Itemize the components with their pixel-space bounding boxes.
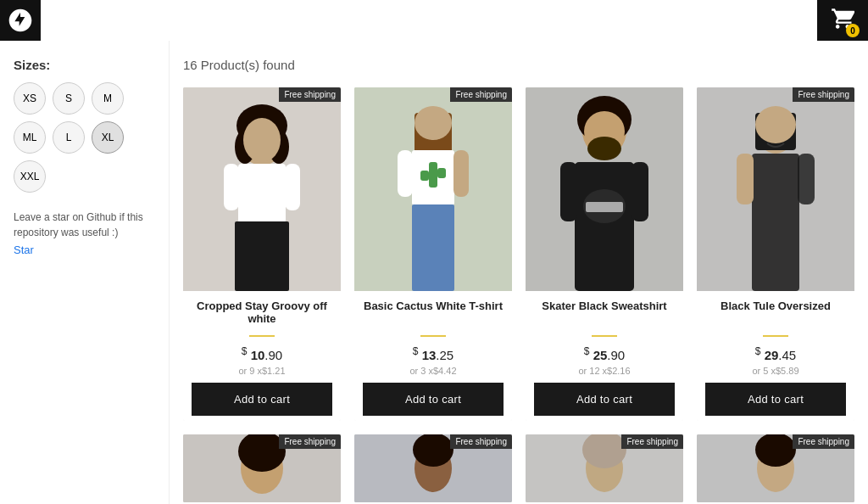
product-image-8: Free shipping (697, 434, 854, 502)
svg-rect-15 (429, 162, 437, 188)
svg-rect-36 (737, 154, 754, 204)
free-shipping-badge-2: Free shipping (450, 87, 512, 102)
price-dec-1: .90 (264, 348, 282, 362)
free-shipping-badge-1: Free shipping (279, 87, 341, 102)
product-installment-1: or 9 x$1.21 (238, 366, 285, 376)
price-dec-4: .45 (778, 348, 796, 362)
products-grid: Free shipping Cropped Stay Groovy off wh… (183, 87, 854, 421)
product-card-3: Skater Black Sweatshirt $ 25.90 or 12 x$… (526, 87, 683, 421)
product-installment-3: or 12 x$2.16 (578, 366, 630, 376)
product-installment-4: or 5 x$5.89 (752, 366, 798, 376)
product-info-4: Black Tule Oversized $ 29.45 or 5 x$5.89… (697, 291, 854, 421)
github-star-link[interactable]: Star (14, 244, 34, 256)
product-name-2: Basic Cactus White T-shirt (364, 300, 503, 330)
product-info-1: Cropped Stay Groovy off white $ 10.90 or… (183, 291, 341, 421)
product-card-8: Free shipping (697, 434, 854, 502)
free-shipping-badge-6: Free shipping (450, 434, 512, 449)
add-to-cart-2[interactable]: Add to cart (363, 383, 504, 416)
svg-rect-18 (412, 204, 454, 291)
header: 0 (817, 0, 868, 41)
currency-symbol-2: $ (413, 345, 419, 357)
main-content: 16 Product(s) found (170, 41, 868, 504)
free-shipping-badge-4: Free shipping (793, 87, 854, 102)
svg-point-25 (587, 137, 621, 160)
svg-point-5 (243, 118, 281, 162)
product-name-3: Skater Black Sweatshirt (542, 300, 666, 330)
product-image-5: Free shipping (183, 434, 341, 502)
price-dec-2: .25 (436, 348, 453, 362)
size-filters: XS S M ML L XL XXL (14, 82, 155, 193)
svg-rect-6 (238, 164, 286, 223)
sidebar: Sizes: XS S M ML L XL XXL Leave a star o… (0, 41, 170, 504)
product-name-4: Black Tule Oversized (721, 300, 831, 330)
size-l[interactable]: L (53, 121, 85, 154)
add-to-cart-4[interactable]: Add to cart (705, 383, 846, 416)
product-image-4: Free shipping (697, 87, 854, 291)
product-info-2: Basic Cactus White T-shirt $ 13.25 or 3 … (354, 291, 512, 421)
size-xxl[interactable]: XXL (14, 160, 46, 193)
product-price-4: $ 29.45 (755, 345, 796, 362)
product-info-3: Skater Black Sweatshirt $ 25.90 or 12 x$… (526, 291, 683, 421)
price-main-4: 29 (765, 348, 779, 362)
svg-rect-37 (798, 154, 815, 204)
free-shipping-badge-8: Free shipping (793, 434, 854, 449)
currency-symbol-3: $ (584, 345, 590, 357)
product-installment-2: or 3 x$4.42 (409, 366, 456, 376)
svg-rect-7 (235, 221, 289, 291)
svg-rect-28 (586, 202, 623, 212)
free-shipping-badge-5: Free shipping (279, 434, 341, 449)
product-price-2: $ 13.25 (413, 345, 453, 362)
currency-symbol-1: $ (242, 345, 248, 357)
cart-button[interactable]: 0 (831, 7, 854, 34)
svg-rect-29 (560, 162, 577, 221)
add-to-cart-1[interactable]: Add to cart (192, 383, 332, 416)
svg-rect-35 (752, 154, 799, 291)
product-card-1: Free shipping Cropped Stay Groovy off wh… (183, 87, 341, 421)
cart-badge: 0 (846, 24, 860, 37)
svg-rect-8 (224, 164, 239, 210)
product-price-3: $ 25.90 (584, 345, 625, 362)
product-image-6: Free shipping (354, 434, 512, 502)
price-dec-3: .90 (607, 348, 625, 362)
price-main-2: 13 (422, 348, 437, 362)
svg-rect-19 (398, 150, 413, 197)
svg-rect-9 (285, 164, 300, 210)
github-note: Leave a star on Github if this repositor… (14, 210, 155, 240)
product-card-7: Free shipping (526, 434, 683, 502)
size-ml[interactable]: ML (14, 121, 46, 154)
add-to-cart-3[interactable]: Add to cart (534, 383, 675, 416)
product-image-7: Free shipping (526, 434, 683, 502)
price-main-1: 10 (251, 348, 265, 362)
product-card-4: Free shipping Black Tule Oversized $ 29.… (697, 87, 854, 421)
size-xs[interactable]: XS (14, 82, 46, 115)
svg-point-13 (415, 106, 452, 140)
product-divider-2 (420, 335, 446, 337)
product-image-1: Free shipping (183, 87, 341, 291)
logo[interactable] (0, 0, 41, 41)
svg-rect-16 (420, 171, 429, 181)
svg-rect-30 (632, 162, 648, 221)
svg-rect-20 (453, 150, 469, 197)
partial-products-row: Free shipping Free shipping (183, 434, 854, 502)
svg-rect-17 (437, 168, 446, 178)
product-divider-1 (249, 335, 275, 337)
product-image-3 (526, 87, 683, 291)
svg-rect-26 (575, 162, 634, 291)
product-image-2: Free shipping (354, 87, 512, 291)
free-shipping-badge-7: Free shipping (621, 434, 683, 449)
products-found: 16 Product(s) found (183, 58, 854, 72)
product-card-6: Free shipping (354, 434, 512, 502)
product-divider-3 (592, 335, 617, 337)
svg-point-34 (755, 106, 796, 143)
product-card-2: Free shipping Basic Cactus White T-shirt… (354, 87, 512, 421)
size-s[interactable]: S (53, 82, 85, 115)
product-price-1: $ 10.90 (242, 345, 282, 362)
product-card-5: Free shipping (183, 434, 341, 502)
product-divider-4 (763, 335, 788, 337)
price-main-3: 25 (593, 348, 608, 362)
product-name-1: Cropped Stay Groovy off white (192, 300, 332, 330)
sizes-label: Sizes: (14, 58, 155, 72)
size-m[interactable]: M (92, 82, 124, 115)
currency-symbol-4: $ (755, 345, 761, 357)
size-xl[interactable]: XL (92, 121, 124, 154)
